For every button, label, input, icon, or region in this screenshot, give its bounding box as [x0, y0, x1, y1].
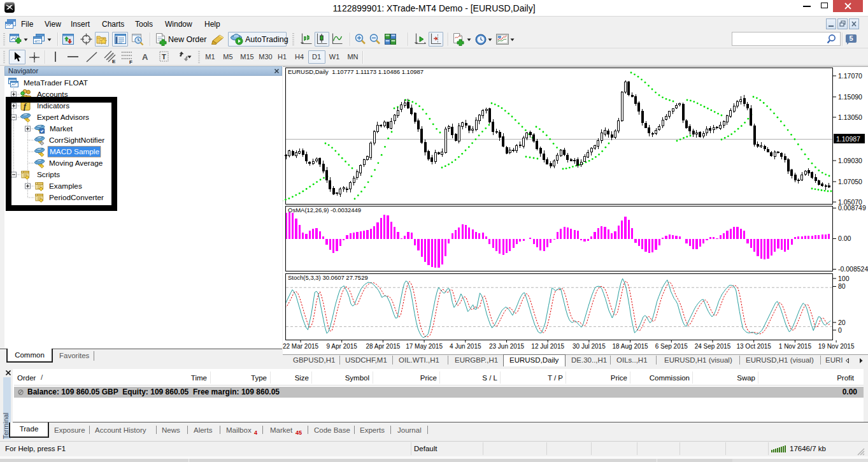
svg-text:0.008749: 0.008749 [838, 204, 866, 212]
svg-text:0.00: 0.00 [838, 235, 851, 242]
svg-text:28 Apr 2015: 28 Apr 2015 [366, 343, 400, 350]
svg-text:9 Apr 2015: 9 Apr 2015 [327, 343, 358, 350]
svg-text:EURUSD,Daily 1.10777 1.11173: EURUSD,Daily 1.10777 1.11173 1.10486 1.1… [288, 68, 423, 75]
svg-text:18 Aug 2015: 18 Aug 2015 [613, 343, 649, 350]
svg-text:19 Nov 2015: 19 Nov 2015 [818, 343, 855, 350]
svg-text:MetaTrader FLOAT: MetaTrader FLOAT [24, 78, 88, 87]
svg-text:0: 0 [838, 326, 842, 334]
svg-text:E: E [112, 59, 116, 64]
svg-text:1.13050: 1.13050 [838, 113, 862, 121]
svg-text:1.10987: 1.10987 [836, 135, 860, 143]
svg-text:-0.008524: -0.008524 [838, 265, 868, 273]
svg-text:6 Sep 2015: 6 Sep 2015 [655, 343, 688, 350]
svg-text:30 Jul 2015: 30 Jul 2015 [573, 343, 606, 350]
svg-text:OsMA(12,26,9) -0.0032449: OsMA(12,26,9) -0.0032449 [288, 206, 361, 213]
svg-text:80: 80 [838, 282, 846, 290]
svg-text:100: 100 [838, 275, 850, 282]
svg-text:12 Jul 2015: 12 Jul 2015 [531, 343, 564, 350]
svg-text:Stoch(5,3,3) 30.0607 27.7529: Stoch(5,3,3) 30.0607 27.7529 [288, 274, 368, 281]
svg-text:23 Jun 2015: 23 Jun 2015 [489, 343, 524, 350]
svg-text:1.09030: 1.09030 [838, 157, 862, 164]
svg-text:1.17070: 1.17070 [838, 72, 862, 80]
svg-text:T: T [162, 53, 166, 61]
svg-text:4 Jun 2015: 4 Jun 2015 [450, 343, 481, 350]
svg-text:20: 20 [838, 319, 846, 326]
svg-text:1.15090: 1.15090 [838, 93, 862, 101]
svg-text:F: F [129, 59, 132, 64]
svg-text:13 Oct 2015: 13 Oct 2015 [736, 343, 771, 350]
svg-text:24 Sep 2015: 24 Sep 2015 [695, 343, 731, 350]
svg-text:17 May 2015: 17 May 2015 [406, 343, 443, 350]
svg-text:1 Nov 2015: 1 Nov 2015 [779, 343, 812, 350]
svg-text:1.07050: 1.07050 [838, 178, 862, 185]
svg-text:22 Mar 2015: 22 Mar 2015 [283, 343, 319, 350]
